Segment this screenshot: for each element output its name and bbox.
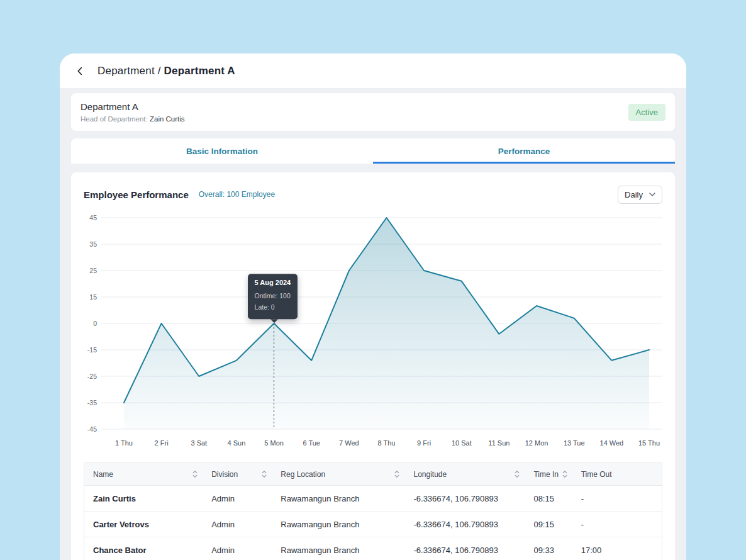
sort-icon[interactable] (262, 470, 267, 478)
performance-panel: Employee Performance Overall: 100 Employ… (71, 172, 675, 560)
tooltip-late: Late: 0 (255, 302, 291, 313)
svg-text:15 Thu: 15 Thu (638, 439, 660, 447)
section-title: Employee Performance (84, 189, 189, 200)
breadcrumb: Department / Department A (97, 65, 235, 77)
sort-icon[interactable] (562, 470, 567, 478)
svg-text:0: 0 (93, 320, 97, 327)
back-button[interactable] (71, 62, 89, 80)
svg-text:12 Mon: 12 Mon (525, 439, 548, 447)
department-detail-card: Department / Department A Department A H… (60, 53, 686, 560)
svg-text:25: 25 (89, 267, 97, 274)
cell-time-in: 09:15 (525, 512, 572, 537)
chevron-down-icon (649, 193, 655, 196)
svg-text:15: 15 (89, 293, 97, 301)
svg-text:13 Tue: 13 Tue (564, 439, 585, 447)
svg-text:4 Sun: 4 Sun (228, 439, 246, 447)
table-row[interactable]: Zain Curtis Admin Rawamangun Branch -6.3… (84, 486, 662, 512)
cell-time-in: 08:15 (525, 486, 572, 511)
table-row[interactable]: Carter Vetrovs Admin Rawamangun Branch -… (84, 512, 662, 537)
cell-division: Admin (203, 537, 272, 560)
sort-icon[interactable] (192, 470, 198, 478)
performance-chart-area: 453525150-15-25-35-451 Thu2 Fri3 Sat4 Su… (84, 208, 662, 456)
cell-longitude: -6.336674, 106.790893 (404, 512, 525, 537)
svg-text:11 Sun: 11 Sun (488, 439, 509, 447)
svg-text:3 Sat: 3 Sat (191, 439, 207, 447)
range-dropdown-value: Daily (625, 190, 643, 199)
range-dropdown[interactable]: Daily (618, 186, 662, 204)
column-header-reg-location[interactable]: Reg Location (272, 463, 404, 485)
svg-text:1 Thu: 1 Thu (115, 439, 133, 447)
svg-text:-45: -45 (87, 425, 97, 433)
svg-text:8 Thu: 8 Thu (378, 439, 396, 447)
tab-bar: Basic Information Performance (71, 138, 675, 164)
cell-name: Chance Bator (84, 537, 203, 560)
column-label: Time In (533, 470, 559, 479)
sort-icon[interactable] (394, 470, 399, 478)
svg-text:35: 35 (89, 240, 97, 248)
column-label: Reg Location (281, 470, 325, 479)
svg-text:10 Sat: 10 Sat (452, 439, 472, 447)
column-label: Name (93, 470, 113, 479)
tooltip-date: 5 Aug 2024 (255, 279, 291, 286)
column-label: Longitude (413, 470, 447, 479)
table-header-row: Name Division Reg Location Longitude Tim… (84, 463, 662, 486)
head-value: Zain Curtis (150, 115, 185, 123)
svg-text:45: 45 (89, 214, 97, 221)
tooltip-ontime: Ontime: 100 (255, 290, 291, 301)
svg-text:9 Fri: 9 Fri (417, 439, 431, 447)
cell-time-out: - (572, 512, 662, 537)
breadcrumb-current: Department A (164, 65, 235, 77)
status-badge: Active (628, 104, 665, 121)
svg-text:6 Tue: 6 Tue (303, 439, 320, 447)
chart-tooltip: 5 Aug 2024 Ontime: 100 Late: 0 (248, 274, 298, 319)
table-row[interactable]: Chance Bator Admin Rawamangun Branch -6.… (84, 537, 662, 560)
cell-reg-location: Rawamangun Branch (272, 486, 404, 511)
tab-basic-information[interactable]: Basic Information (71, 138, 373, 164)
svg-text:5 Mon: 5 Mon (264, 439, 284, 447)
cell-division: Admin (203, 512, 272, 537)
tooltip-arrow (270, 319, 278, 323)
cell-name: Carter Vetrovs (84, 512, 203, 537)
svg-text:2 Fri: 2 Fri (155, 439, 169, 447)
head-label: Head of Department: (81, 115, 148, 123)
column-header-name[interactable]: Name (84, 463, 203, 485)
performance-header: Employee Performance Overall: 100 Employ… (84, 185, 662, 204)
cell-time-in: 09:33 (525, 537, 572, 560)
cell-longitude: -6.336674, 106.790893 (404, 486, 525, 511)
svg-text:-25: -25 (87, 372, 97, 380)
cell-reg-location: Rawamangun Branch (272, 512, 404, 537)
column-header-time-out[interactable]: Time Out (572, 463, 662, 485)
svg-text:-35: -35 (87, 399, 97, 406)
department-name: Department A (81, 101, 185, 112)
cell-longitude: -6.336674, 106.790893 (404, 537, 525, 560)
cell-name: Zain Curtis (84, 486, 203, 511)
svg-text:14 Wed: 14 Wed (600, 439, 624, 447)
department-summary: Department A Head of Department: Zain Cu… (71, 93, 675, 131)
column-label: Division (211, 470, 238, 479)
breadcrumb-parent[interactable]: Department / (97, 65, 161, 77)
cell-time-out: 17:00 (572, 537, 662, 560)
attendance-table: Name Division Reg Location Longitude Tim… (84, 462, 662, 560)
svg-text:-15: -15 (87, 346, 97, 354)
overall-count: Overall: 100 Employee (199, 190, 275, 199)
column-header-longitude[interactable]: Longitude (404, 463, 525, 485)
column-header-time-in[interactable]: Time In (525, 463, 572, 485)
sort-icon[interactable] (515, 470, 520, 478)
column-header-division[interactable]: Division (203, 463, 272, 485)
cell-reg-location: Rawamangun Branch (272, 537, 404, 560)
tab-performance[interactable]: Performance (373, 138, 675, 164)
svg-text:7 Wed: 7 Wed (339, 439, 359, 447)
performance-chart[interactable]: 453525150-15-25-35-451 Thu2 Fri3 Sat4 Su… (84, 208, 662, 456)
column-label: Time Out (581, 470, 612, 479)
cell-division: Admin (203, 486, 272, 511)
head-of-department: Head of Department: Zain Curtis (81, 115, 185, 123)
page-header: Department / Department A (60, 53, 686, 88)
cell-time-out: - (572, 486, 662, 511)
department-info: Department A Head of Department: Zain Cu… (81, 101, 185, 123)
chevron-left-icon (74, 65, 86, 77)
